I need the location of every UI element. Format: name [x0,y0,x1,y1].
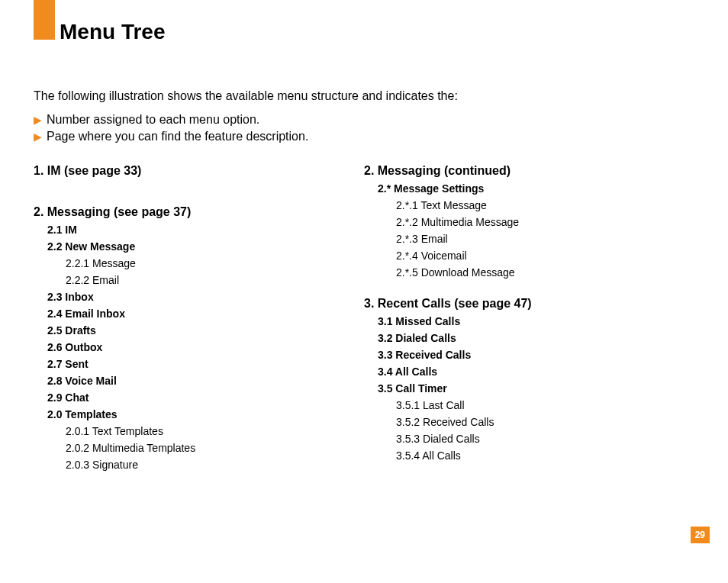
bullet-item: ▶ Page where you can find the feature de… [34,130,308,143]
bullet-text: Number assigned to each menu option. [47,113,259,127]
section-recent-calls: 3. Recent Calls (see page 47) [364,297,694,311]
menu-subitem: 3.5.1 Last Call [396,399,694,411]
menu-item: 3.1 Missed Calls [378,315,694,327]
menu-item: 2.* Message Settings [378,182,694,195]
menu-item: 2.7 Sent [47,358,364,370]
menu-subitem: 2.*.4 Voicemail [396,250,694,262]
menu-subitem: 3.5.3 Dialed Calls [396,433,694,445]
menu-subitem: 2.*.3 Email [396,233,694,245]
bullet-item: ▶ Number assigned to each menu option. [34,113,308,127]
section-messaging-continued: 2. Messaging (continued) [364,164,694,178]
menu-subitem: 2.2.2 Email [66,274,364,286]
menu-subitem: 2.2.1 Message [66,257,364,269]
menu-subitem: 2.*.2 Multimedia Message [396,216,694,228]
bullet-text: Page where you can find the feature desc… [47,130,308,143]
menu-item: 2.9 Chat [47,391,364,404]
content-columns: 1. IM (see page 33) 2. Messaging (see pa… [34,164,694,475]
triangle-icon: ▶ [34,130,42,143]
menu-item: 2.4 Email Inbox [47,308,364,320]
menu-item: 2.5 Drafts [47,324,364,337]
menu-item: 3.2 Dialed Calls [378,332,694,344]
right-column: 2. Messaging (continued) 2.* Message Set… [364,164,694,475]
menu-item: 2.3 Inbox [47,291,364,303]
menu-subitem: 2.0.1 Text Templates [66,425,364,437]
page-title: Menu Tree [60,20,165,44]
menu-item: 2.1 IM [47,224,364,236]
left-column: 1. IM (see page 33) 2. Messaging (see pa… [34,164,364,475]
menu-item: 3.3 Received Calls [378,349,694,361]
bullet-list: ▶ Number assigned to each menu option. ▶… [34,113,308,147]
menu-item: 3.5 Call Timer [378,382,694,395]
intro-text: The following illustration shows the ava… [34,89,458,103]
menu-item: 2.2 New Message [47,240,364,253]
section-im: 1. IM (see page 33) [34,164,364,178]
header-accent [34,0,55,40]
menu-item: 3.4 All Calls [378,366,694,378]
menu-subitem: 2.*.1 Text Message [396,199,694,211]
page-number: 29 [691,527,710,543]
section-messaging: 2. Messaging (see page 37) [34,205,364,219]
menu-subitem: 2.0.3 Signature [66,459,364,471]
menu-item: 2.0 Templates [47,408,364,420]
triangle-icon: ▶ [34,114,42,126]
menu-subitem: 3.5.4 All Calls [396,449,694,462]
menu-item: 2.6 Outbox [47,341,364,353]
menu-subitem: 2.0.2 Multimedia Templates [66,442,364,454]
menu-subitem: 2.*.5 Download Message [396,266,694,279]
menu-item: 2.8 Voice Mail [47,375,364,387]
menu-subitem: 3.5.2 Received Calls [396,416,694,428]
